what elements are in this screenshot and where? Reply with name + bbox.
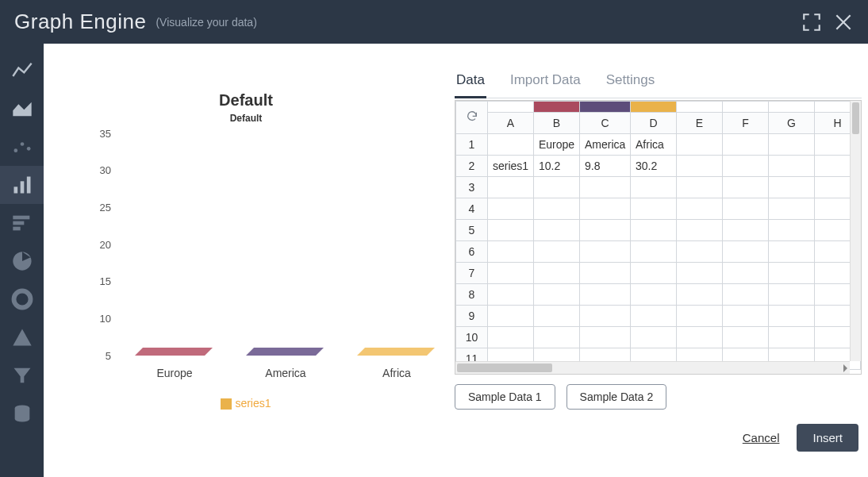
cell-D8[interactable] <box>631 284 677 306</box>
sidebar-item-cylinder[interactable] <box>0 394 44 433</box>
sample-data-1-button[interactable]: Sample Data 1 <box>455 384 555 410</box>
cell-G2[interactable] <box>769 156 815 177</box>
grid-refresh-button[interactable] <box>456 102 488 134</box>
cell-A9[interactable] <box>488 306 534 327</box>
grid-scrollbar-horizontal[interactable] <box>455 361 850 374</box>
cell-A7[interactable] <box>488 263 534 284</box>
cell-B7[interactable] <box>534 263 580 284</box>
cell-A10[interactable] <box>488 327 534 348</box>
cell-G7[interactable] <box>769 263 815 284</box>
cell-D3[interactable] <box>631 177 677 198</box>
column-header-F[interactable]: F <box>723 113 769 134</box>
cell-F3[interactable] <box>723 177 769 198</box>
row-header-1[interactable]: 1 <box>456 134 488 156</box>
insert-button[interactable]: Insert <box>797 424 858 452</box>
sidebar-item-pyramid[interactable] <box>0 318 44 356</box>
cell-D2[interactable]: 30.2 <box>631 156 677 177</box>
tab-settings[interactable]: Settings <box>605 67 656 98</box>
cell-A4[interactable] <box>488 198 534 220</box>
cell-E1[interactable] <box>677 134 723 156</box>
cell-B9[interactable] <box>534 306 580 327</box>
row-header-7[interactable]: 7 <box>456 263 488 284</box>
cell-A6[interactable] <box>488 241 534 263</box>
cell-E2[interactable] <box>677 156 723 177</box>
cell-G10[interactable] <box>769 327 815 348</box>
column-header-G[interactable]: G <box>769 113 815 134</box>
cell-D6[interactable] <box>631 241 677 263</box>
cell-G5[interactable] <box>769 220 815 241</box>
row-header-9[interactable]: 9 <box>456 306 488 327</box>
cell-B10[interactable] <box>534 327 580 348</box>
tab-import-data[interactable]: Import Data <box>509 67 582 98</box>
cell-B8[interactable] <box>534 284 580 306</box>
cell-E8[interactable] <box>677 284 723 306</box>
cell-F10[interactable] <box>723 327 769 348</box>
cell-E10[interactable] <box>677 327 723 348</box>
cell-G1[interactable] <box>769 134 815 156</box>
cell-G9[interactable] <box>769 306 815 327</box>
cell-D9[interactable] <box>631 306 677 327</box>
sidebar-item-line[interactable] <box>0 52 44 90</box>
column-header-E[interactable]: E <box>677 113 723 134</box>
cell-C10[interactable] <box>580 327 631 348</box>
cell-F8[interactable] <box>723 284 769 306</box>
cell-C4[interactable] <box>580 198 631 220</box>
row-header-10[interactable]: 10 <box>456 327 488 348</box>
cell-D10[interactable] <box>631 327 677 348</box>
column-header-A[interactable]: A <box>488 113 534 134</box>
row-header-6[interactable]: 6 <box>456 241 488 263</box>
sidebar-item-horizontal-bar[interactable] <box>0 204 44 242</box>
cell-A8[interactable] <box>488 284 534 306</box>
grid-scrollbar-vertical[interactable] <box>850 101 861 361</box>
column-header-D[interactable]: D <box>631 113 677 134</box>
cell-F6[interactable] <box>723 241 769 263</box>
cell-F9[interactable] <box>723 306 769 327</box>
sample-data-2-button[interactable]: Sample Data 2 <box>567 384 667 410</box>
cell-D4[interactable] <box>631 198 677 220</box>
cell-E7[interactable] <box>677 263 723 284</box>
data-grid[interactable]: ABCDEFGH1EuropeAmericaAfrica2series110.2… <box>455 100 862 375</box>
cell-F5[interactable] <box>723 220 769 241</box>
tab-data[interactable]: Data <box>455 67 486 98</box>
cell-E5[interactable] <box>677 220 723 241</box>
cell-F2[interactable] <box>723 156 769 177</box>
column-header-C[interactable]: C <box>580 113 631 134</box>
sidebar-item-scatter[interactable] <box>0 128 44 166</box>
cell-C1[interactable]: America <box>580 134 631 156</box>
cell-C6[interactable] <box>580 241 631 263</box>
row-header-2[interactable]: 2 <box>456 156 488 177</box>
fullscreen-icon[interactable] <box>801 12 822 33</box>
cell-F1[interactable] <box>723 134 769 156</box>
sidebar-item-funnel[interactable] <box>0 356 44 394</box>
cell-G3[interactable] <box>769 177 815 198</box>
sidebar-item-bar[interactable] <box>0 166 44 204</box>
cell-C5[interactable] <box>580 220 631 241</box>
cell-E3[interactable] <box>677 177 723 198</box>
cell-A5[interactable] <box>488 220 534 241</box>
cell-B4[interactable] <box>534 198 580 220</box>
close-icon[interactable] <box>833 12 854 33</box>
row-header-8[interactable]: 8 <box>456 284 488 306</box>
cell-G4[interactable] <box>769 198 815 220</box>
row-header-4[interactable]: 4 <box>456 198 488 220</box>
column-header-B[interactable]: B <box>534 113 580 134</box>
cell-B5[interactable] <box>534 220 580 241</box>
sidebar-item-pie[interactable] <box>0 242 44 280</box>
cell-C2[interactable]: 9.8 <box>580 156 631 177</box>
cell-B3[interactable] <box>534 177 580 198</box>
cell-E4[interactable] <box>677 198 723 220</box>
cell-D5[interactable] <box>631 220 677 241</box>
cell-E9[interactable] <box>677 306 723 327</box>
cell-F4[interactable] <box>723 198 769 220</box>
sidebar-item-area[interactable] <box>0 90 44 128</box>
cell-G8[interactable] <box>769 284 815 306</box>
cell-C8[interactable] <box>580 284 631 306</box>
cancel-button[interactable]: Cancel <box>743 431 780 444</box>
cell-B6[interactable] <box>534 241 580 263</box>
row-header-5[interactable]: 5 <box>456 220 488 241</box>
cell-E6[interactable] <box>677 241 723 263</box>
cell-B2[interactable]: 10.2 <box>534 156 580 177</box>
cell-D1[interactable]: Africa <box>631 134 677 156</box>
cell-B1[interactable]: Europe <box>534 134 580 156</box>
cell-G6[interactable] <box>769 241 815 263</box>
